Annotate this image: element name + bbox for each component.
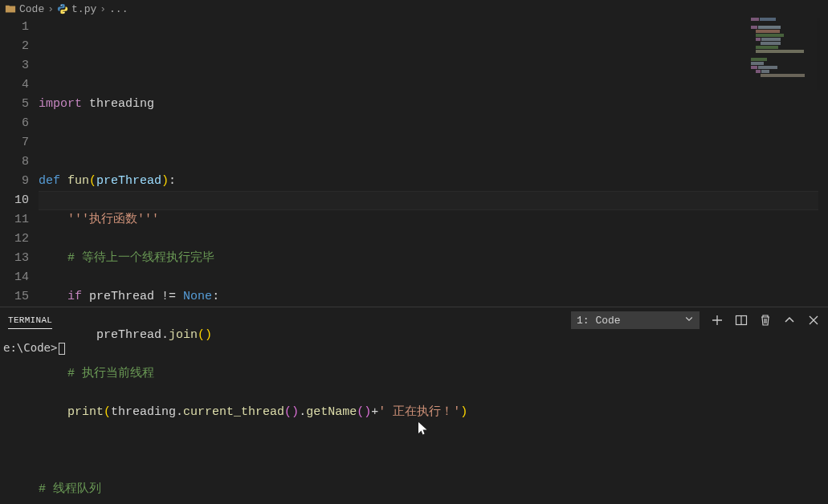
breadcrumb-file[interactable]: t.py — [71, 3, 96, 15]
line-number: 3 — [0, 56, 29, 75]
line-number: 4 — [0, 75, 29, 95]
chevron-right-icon: › — [100, 3, 106, 15]
line-number: 9 — [0, 172, 29, 191]
code-content[interactable]: import threading def fun(preThread): '''… — [39, 18, 828, 307]
line-number: 11 — [0, 210, 29, 230]
line-gutter: 1 2 3 4 5 6 7 8 9 10 11 12 13 14 15 — [0, 18, 39, 307]
chevron-right-icon: › — [47, 3, 54, 15]
line-number: 13 — [0, 249, 29, 268]
code-editor[interactable]: 1 2 3 4 5 6 7 8 9 10 11 12 13 14 15 impo… — [0, 18, 828, 307]
line-number: 5 — [0, 95, 29, 114]
line-number: 10 — [0, 191, 29, 210]
minimap[interactable] — [748, 18, 820, 90]
breadcrumb-folder[interactable]: Code — [19, 3, 44, 15]
line-number: 2 — [0, 37, 29, 56]
line-number: 1 — [0, 18, 29, 37]
line-number: 15 — [0, 287, 29, 307]
breadcrumb: Code › t.py › ... — [0, 0, 828, 18]
breadcrumb-tail[interactable]: ... — [109, 3, 128, 15]
line-number: 8 — [0, 152, 29, 172]
line-number: 7 — [0, 133, 29, 152]
python-icon — [57, 3, 68, 14]
line-number: 14 — [0, 268, 29, 287]
line-number: 12 — [0, 230, 29, 249]
line-number: 6 — [0, 114, 29, 133]
folder-icon — [5, 3, 16, 14]
svg-point-0 — [61, 5, 62, 6]
svg-point-1 — [63, 12, 64, 13]
